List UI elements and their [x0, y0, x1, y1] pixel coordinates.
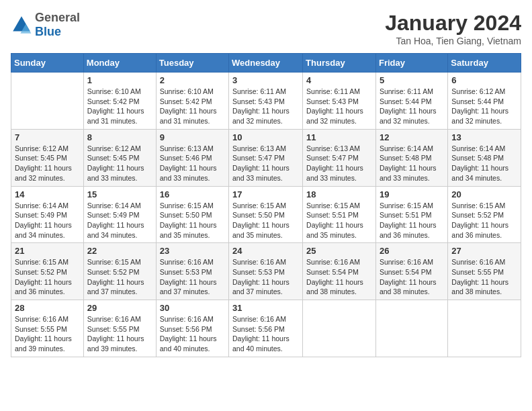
- week-row-5: 28Sunrise: 6:16 AMSunset: 5:55 PMDayligh…: [11, 300, 521, 357]
- day-number: 26: [380, 246, 444, 256]
- week-row-1: 1Sunrise: 6:10 AMSunset: 5:42 PMDaylight…: [11, 73, 521, 130]
- day-cell: 5Sunrise: 6:11 AMSunset: 5:44 PMDaylight…: [375, 73, 447, 130]
- day-number: 22: [87, 246, 152, 256]
- day-number: 13: [451, 132, 517, 142]
- day-cell: 1Sunrise: 6:10 AMSunset: 5:42 PMDaylight…: [83, 73, 156, 130]
- day-number: 4: [306, 75, 372, 85]
- day-cell: 2Sunrise: 6:10 AMSunset: 5:42 PMDaylight…: [156, 73, 228, 130]
- day-number: 16: [160, 189, 225, 199]
- header-row: SundayMondayTuesdayWednesdayThursdayFrid…: [11, 54, 521, 73]
- day-number: 28: [15, 303, 80, 313]
- header-sunday: Sunday: [11, 54, 84, 73]
- header-thursday: Thursday: [303, 54, 376, 73]
- day-cell: 22Sunrise: 6:15 AMSunset: 5:52 PMDayligh…: [83, 243, 156, 300]
- day-cell: 21Sunrise: 6:15 AMSunset: 5:52 PMDayligh…: [11, 243, 84, 300]
- day-number: 14: [15, 189, 80, 199]
- day-info: Sunrise: 6:16 AMSunset: 5:55 PMDaylight:…: [451, 257, 517, 297]
- day-number: 1: [87, 75, 152, 85]
- header-tuesday: Tuesday: [156, 54, 228, 73]
- day-cell: 25Sunrise: 6:16 AMSunset: 5:54 PMDayligh…: [303, 243, 376, 300]
- day-number: 17: [232, 189, 299, 199]
- day-cell: 6Sunrise: 6:12 AMSunset: 5:44 PMDaylight…: [448, 73, 521, 130]
- page-header: General Blue January 2024 Tan Hoa, Tien …: [11, 11, 521, 46]
- day-info: Sunrise: 6:16 AMSunset: 5:55 PMDaylight:…: [15, 314, 80, 354]
- day-number: 23: [160, 246, 225, 256]
- day-cell: 18Sunrise: 6:15 AMSunset: 5:51 PMDayligh…: [303, 186, 376, 243]
- day-info: Sunrise: 6:13 AMSunset: 5:47 PMDaylight:…: [306, 144, 372, 183]
- day-info: Sunrise: 6:10 AMSunset: 5:42 PMDaylight:…: [160, 87, 225, 126]
- day-number: 15: [87, 189, 152, 199]
- day-cell: 3Sunrise: 6:11 AMSunset: 5:43 PMDaylight…: [229, 73, 303, 130]
- week-row-2: 7Sunrise: 6:12 AMSunset: 5:45 PMDaylight…: [11, 129, 521, 186]
- day-number: 9: [160, 132, 225, 142]
- day-cell: 12Sunrise: 6:14 AMSunset: 5:48 PMDayligh…: [375, 129, 447, 186]
- day-number: 3: [232, 75, 299, 85]
- day-info: Sunrise: 6:14 AMSunset: 5:48 PMDaylight:…: [451, 144, 517, 183]
- day-cell: 16Sunrise: 6:15 AMSunset: 5:50 PMDayligh…: [156, 186, 228, 243]
- day-cell: [11, 73, 84, 130]
- day-cell: [303, 300, 376, 357]
- day-cell: 27Sunrise: 6:16 AMSunset: 5:55 PMDayligh…: [448, 243, 521, 300]
- day-info: Sunrise: 6:15 AMSunset: 5:52 PMDaylight:…: [15, 257, 80, 297]
- day-cell: 15Sunrise: 6:14 AMSunset: 5:49 PMDayligh…: [83, 186, 156, 243]
- day-info: Sunrise: 6:11 AMSunset: 5:43 PMDaylight:…: [232, 87, 299, 126]
- day-cell: 7Sunrise: 6:12 AMSunset: 5:45 PMDaylight…: [11, 129, 84, 186]
- day-info: Sunrise: 6:10 AMSunset: 5:42 PMDaylight:…: [87, 87, 152, 126]
- day-info: Sunrise: 6:15 AMSunset: 5:52 PMDaylight:…: [87, 257, 152, 297]
- day-info: Sunrise: 6:11 AMSunset: 5:44 PMDaylight:…: [380, 87, 444, 126]
- day-cell: 31Sunrise: 6:16 AMSunset: 5:56 PMDayligh…: [229, 300, 303, 357]
- day-number: 25: [306, 246, 372, 256]
- day-number: 8: [87, 132, 152, 142]
- day-info: Sunrise: 6:12 AMSunset: 5:44 PMDaylight:…: [451, 87, 517, 126]
- logo-text: General Blue: [35, 11, 80, 39]
- header-friday: Friday: [375, 54, 447, 73]
- week-row-4: 21Sunrise: 6:15 AMSunset: 5:52 PMDayligh…: [11, 243, 521, 300]
- day-number: 29: [87, 303, 152, 313]
- day-number: 20: [451, 189, 517, 199]
- day-cell: 13Sunrise: 6:14 AMSunset: 5:48 PMDayligh…: [448, 129, 521, 186]
- week-row-3: 14Sunrise: 6:14 AMSunset: 5:49 PMDayligh…: [11, 186, 521, 243]
- day-cell: 30Sunrise: 6:16 AMSunset: 5:56 PMDayligh…: [156, 300, 228, 357]
- day-info: Sunrise: 6:14 AMSunset: 5:48 PMDaylight:…: [380, 144, 444, 183]
- day-number: 31: [232, 303, 299, 313]
- day-cell: 4Sunrise: 6:11 AMSunset: 5:43 PMDaylight…: [303, 73, 376, 130]
- day-number: 5: [380, 75, 444, 85]
- day-info: Sunrise: 6:16 AMSunset: 5:53 PMDaylight:…: [232, 257, 299, 297]
- day-number: 10: [232, 132, 299, 142]
- day-cell: [375, 300, 447, 357]
- day-info: Sunrise: 6:11 AMSunset: 5:43 PMDaylight:…: [306, 87, 372, 126]
- day-info: Sunrise: 6:13 AMSunset: 5:46 PMDaylight:…: [160, 144, 225, 183]
- day-cell: 26Sunrise: 6:16 AMSunset: 5:54 PMDayligh…: [375, 243, 447, 300]
- day-info: Sunrise: 6:16 AMSunset: 5:54 PMDaylight:…: [306, 257, 372, 297]
- day-info: Sunrise: 6:15 AMSunset: 5:51 PMDaylight:…: [306, 201, 372, 240]
- day-number: 12: [380, 132, 444, 142]
- day-number: 30: [160, 303, 225, 313]
- day-number: 27: [451, 246, 517, 256]
- title-section: January 2024 Tan Hoa, Tien Giang, Vietna…: [385, 11, 521, 46]
- day-info: Sunrise: 6:15 AMSunset: 5:50 PMDaylight:…: [232, 201, 299, 240]
- day-cell: 8Sunrise: 6:12 AMSunset: 5:45 PMDaylight…: [83, 129, 156, 186]
- day-cell: 29Sunrise: 6:16 AMSunset: 5:55 PMDayligh…: [83, 300, 156, 357]
- month-title: January 2024: [385, 11, 521, 36]
- day-cell: 19Sunrise: 6:15 AMSunset: 5:51 PMDayligh…: [375, 186, 447, 243]
- day-cell: [448, 300, 521, 357]
- day-cell: 23Sunrise: 6:16 AMSunset: 5:53 PMDayligh…: [156, 243, 228, 300]
- location: Tan Hoa, Tien Giang, Vietnam: [385, 36, 521, 46]
- logo-icon: [11, 14, 32, 36]
- day-cell: 20Sunrise: 6:15 AMSunset: 5:52 PMDayligh…: [448, 186, 521, 243]
- day-info: Sunrise: 6:16 AMSunset: 5:55 PMDaylight:…: [87, 314, 152, 354]
- day-info: Sunrise: 6:16 AMSunset: 5:53 PMDaylight:…: [160, 257, 225, 297]
- day-info: Sunrise: 6:16 AMSunset: 5:54 PMDaylight:…: [380, 257, 444, 297]
- header-monday: Monday: [83, 54, 156, 73]
- day-info: Sunrise: 6:12 AMSunset: 5:45 PMDaylight:…: [15, 144, 80, 183]
- day-cell: 9Sunrise: 6:13 AMSunset: 5:46 PMDaylight…: [156, 129, 228, 186]
- day-info: Sunrise: 6:14 AMSunset: 5:49 PMDaylight:…: [15, 201, 80, 240]
- logo-blue: Blue: [35, 25, 80, 39]
- day-number: 19: [380, 189, 444, 199]
- day-number: 18: [306, 189, 372, 199]
- day-info: Sunrise: 6:16 AMSunset: 5:56 PMDaylight:…: [160, 314, 225, 354]
- day-info: Sunrise: 6:13 AMSunset: 5:47 PMDaylight:…: [232, 144, 299, 183]
- logo-general: General: [35, 11, 80, 25]
- day-cell: 24Sunrise: 6:16 AMSunset: 5:53 PMDayligh…: [229, 243, 303, 300]
- day-number: 6: [451, 75, 517, 85]
